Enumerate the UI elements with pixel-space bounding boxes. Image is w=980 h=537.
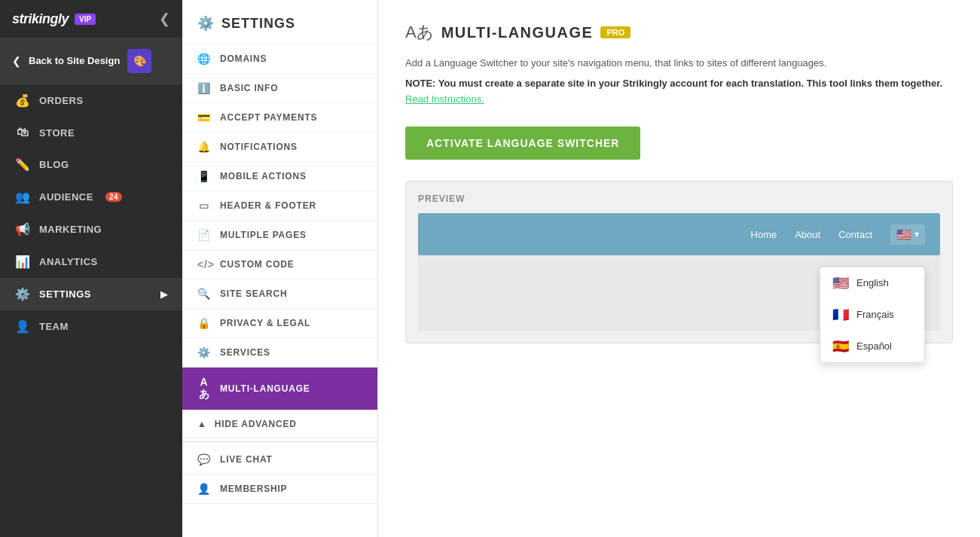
domains-icon: 🌐 (197, 53, 211, 65)
back-to-site-design-button[interactable]: ❮ Back to Site Design 🎨 (0, 38, 182, 84)
settings-label: SETTINGS (39, 288, 91, 300)
services-label: SERVICES (220, 347, 270, 358)
team-label: TEAM (39, 321, 69, 332)
blog-label: BLOG (39, 159, 69, 170)
page-title: MULTI-LANGUAGE (441, 24, 594, 41)
audience-icon: 👥 (15, 190, 30, 204)
collapse-sidebar-button[interactable]: ❮ (159, 11, 170, 27)
description-line1: Add a Language Switcher to your site's n… (405, 56, 953, 72)
analytics-label: ANALYTICS (39, 256, 98, 267)
espanol-flag-icon: 🇪🇸 (832, 338, 849, 355)
settings-nav-basic-info[interactable]: ℹ️ BASIC INFO (182, 74, 377, 103)
logo-text: strikingly (12, 11, 69, 27)
settings-nav-live-chat[interactable]: 💬 LIVE CHAT (182, 445, 377, 474)
settings-nav-multiple-pages[interactable]: 📄 MULTIPLE PAGES (182, 221, 377, 250)
preview-nav-home[interactable]: Home (751, 229, 777, 240)
description-line2: NOTE: You must create a separate site in… (405, 76, 953, 108)
language-option-english[interactable]: 🇺🇸 English (820, 267, 924, 299)
mobile-actions-label: MOBILE ACTIONS (220, 171, 307, 182)
settings-sidebar-title: SETTINGS (221, 16, 295, 32)
preview-nav-contact[interactable]: Contact (838, 229, 872, 240)
vip-badge: VIP (75, 14, 96, 25)
read-instructions-link[interactable]: Read Instructions. (405, 93, 484, 105)
basic-info-icon: ℹ️ (197, 82, 211, 94)
english-flag-icon: 🇺🇸 (832, 275, 849, 291)
live-chat-icon: 💬 (197, 453, 211, 465)
settings-nav-header-footer[interactable]: ▭ HEADER & FOOTER (182, 191, 377, 221)
services-icon: ⚙️ (197, 346, 211, 359)
sidebar-header: strikingly VIP ❮ (0, 0, 182, 38)
hide-advanced-button[interactable]: ▲ HIDE ADVANCED (182, 410, 377, 438)
preview-label: PREVIEW (418, 194, 940, 204)
live-chat-label: LIVE CHAT (220, 454, 273, 465)
language-dropdown: 🇺🇸 English 🇫🇷 Français 🇪🇸 Español (820, 267, 925, 363)
multiple-pages-icon: 📄 (197, 229, 211, 241)
back-arrow-icon: ❮ (12, 55, 21, 67)
privacy-legal-label: PRIVACY & LEGAL (220, 318, 310, 328)
current-flag-icon: 🇺🇸 (896, 227, 911, 242)
settings-nav-membership[interactable]: 👤 MEMBERSHIP (182, 474, 377, 504)
settings-sidebar: ⚙️ SETTINGS 🌐 DOMAINS ℹ️ BASIC INFO 💳 AC… (182, 0, 378, 537)
basic-info-label: BASIC INFO (220, 83, 278, 93)
settings-sidebar-header: ⚙️ SETTINGS (182, 0, 377, 44)
domains-label: DOMAINS (220, 53, 267, 64)
hide-advanced-label: HIDE ADVANCED (215, 419, 297, 429)
mobile-actions-icon: 📱 (197, 170, 211, 182)
settings-nav-notifications[interactable]: 🔔 NOTIFICATIONS (182, 133, 377, 162)
dropdown-arrow-icon: ▾ (914, 229, 919, 240)
language-switcher-button[interactable]: 🇺🇸 ▾ 🇺🇸 English 🇫🇷 Français (890, 224, 925, 245)
sidebar-item-analytics[interactable]: 📊 ANALYTICS (0, 246, 182, 278)
marketing-label: MARKETING (39, 224, 102, 235)
sidebar-item-settings[interactable]: ⚙️ SETTINGS ▶ (0, 278, 182, 310)
settings-nav-services[interactable]: ⚙️ SERVICES (182, 338, 377, 368)
back-to-site-label: Back to Site Design (29, 55, 120, 68)
divider (182, 441, 377, 442)
settings-nav-accept-payments[interactable]: 💳 ACCEPT PAYMENTS (182, 103, 377, 133)
sidebar-item-blog[interactable]: ✏️ BLOG (0, 148, 182, 181)
settings-nav-site-search[interactable]: 🔍 SITE SEARCH (182, 279, 377, 309)
main-content: Aあ MULTI-LANGUAGE PRO Add a Language Swi… (378, 0, 980, 537)
audience-badge: 24 (105, 192, 122, 202)
francais-label: Français (856, 309, 894, 320)
analytics-icon: 📊 (15, 255, 30, 269)
notifications-icon: 🔔 (197, 141, 211, 153)
francais-flag-icon: 🇫🇷 (832, 307, 849, 323)
settings-nav-privacy-legal[interactable]: 🔒 PRIVACY & LEGAL (182, 309, 377, 338)
settings-icon: ⚙️ (15, 287, 30, 301)
privacy-legal-icon: 🔒 (197, 317, 211, 329)
blog-icon: ✏️ (15, 157, 30, 172)
espanol-label: Español (856, 340, 892, 352)
left-sidebar: strikingly VIP ❮ ❮ Back to Site Design 🎨… (0, 0, 182, 537)
settings-arrow-icon: ▶ (160, 289, 168, 300)
settings-nav-multi-language[interactable]: Aあ MULTI-LANGUAGE (182, 368, 377, 410)
audience-label: AUDIENCE (39, 191, 93, 203)
logo-container: strikingly VIP (12, 11, 96, 27)
multi-language-label: MULTI-LANGUAGE (220, 383, 310, 394)
preview-nav-about[interactable]: About (795, 229, 820, 240)
description-bold: NOTE: You must create a separate site in… (405, 78, 942, 89)
site-search-icon: 🔍 (197, 288, 211, 300)
pro-badge: PRO (600, 26, 630, 38)
site-search-label: SITE SEARCH (220, 288, 287, 299)
sidebar-item-team[interactable]: 👤 TEAM (0, 310, 182, 343)
sidebar-item-orders[interactable]: 💰 ORDERS (0, 84, 182, 117)
settings-nav-custom-code[interactable]: </> CUSTOM CODE (182, 250, 377, 279)
language-option-francais[interactable]: 🇫🇷 Français (820, 299, 924, 331)
settings-nav-mobile-actions[interactable]: 📱 MOBILE ACTIONS (182, 162, 377, 191)
english-label: English (856, 277, 889, 288)
sidebar-item-audience[interactable]: 👥 AUDIENCE 24 (0, 181, 182, 213)
membership-icon: 👤 (197, 483, 211, 495)
chevron-up-icon: ▲ (197, 419, 207, 429)
activate-language-switcher-button[interactable]: ACTIVATE LANGUAGE SWITCHER (405, 127, 640, 160)
language-option-espanol[interactable]: 🇪🇸 Español (820, 331, 924, 362)
sidebar-item-marketing[interactable]: 📢 MARKETING (0, 213, 182, 246)
store-icon: 🛍 (15, 126, 30, 139)
sidebar-item-store[interactable]: 🛍 STORE (0, 117, 182, 148)
multiple-pages-label: MULTIPLE PAGES (220, 230, 307, 240)
settings-nav-domains[interactable]: 🌐 DOMAINS (182, 44, 377, 74)
accept-payments-label: ACCEPT PAYMENTS (220, 112, 317, 123)
preview-container: PREVIEW Home About Contact 🇺🇸 ▾ 🇺🇸 Engli… (405, 181, 953, 343)
header-footer-icon: ▭ (197, 200, 211, 212)
orders-label: ORDERS (39, 95, 84, 106)
notifications-label: NOTIFICATIONS (220, 142, 298, 152)
